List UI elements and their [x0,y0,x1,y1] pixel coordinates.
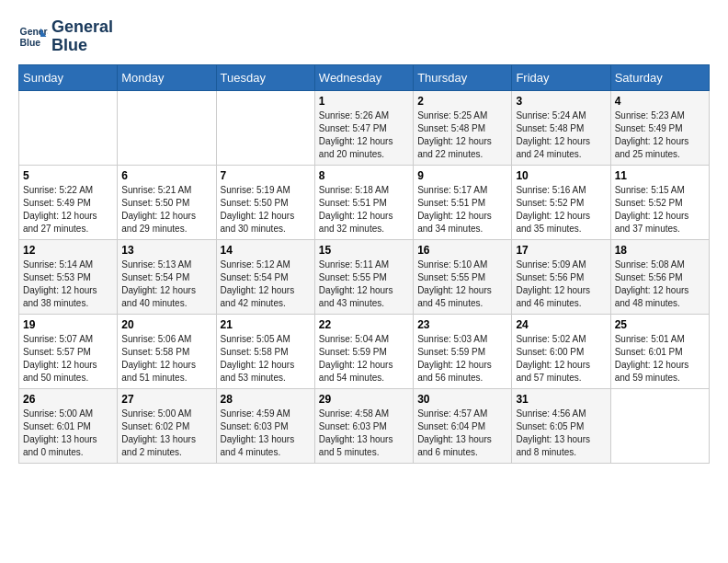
calendar-table: SundayMondayTuesdayWednesdayThursdayFrid… [18,64,710,464]
calendar-cell [610,388,709,463]
calendar-cell: 2Sunrise: 5:25 AM Sunset: 5:48 PM Daylig… [414,90,512,165]
day-number: 5 [23,169,113,182]
day-number: 2 [417,95,507,108]
day-info: Sunrise: 5:13 AM Sunset: 5:54 PM Dayligh… [121,259,211,310]
calendar-cell: 16Sunrise: 5:10 AM Sunset: 5:55 PM Dayli… [414,239,512,314]
day-number: 6 [121,169,211,182]
day-info: Sunrise: 5:23 AM Sunset: 5:49 PM Dayligh… [615,109,705,161]
day-number: 11 [615,169,705,182]
day-number: 9 [417,169,507,182]
day-info: Sunrise: 5:15 AM Sunset: 5:52 PM Dayligh… [615,184,705,236]
calendar-cell: 23Sunrise: 5:03 AM Sunset: 5:59 PM Dayli… [414,314,512,388]
day-info: Sunrise: 5:14 AM Sunset: 5:53 PM Dayligh… [23,259,113,310]
day-info: Sunrise: 5:11 AM Sunset: 5:55 PM Dayligh… [319,259,409,310]
calendar-week-row: 5Sunrise: 5:22 AM Sunset: 5:49 PM Daylig… [19,165,710,239]
calendar-cell: 21Sunrise: 5:05 AM Sunset: 5:58 PM Dayli… [216,314,314,388]
weekday-header-monday: Monday [118,64,216,90]
calendar-week-row: 12Sunrise: 5:14 AM Sunset: 5:53 PM Dayli… [19,239,710,314]
day-number: 17 [516,244,606,257]
weekday-header-row: SundayMondayTuesdayWednesdayThursdayFrid… [19,64,710,90]
day-number: 16 [417,244,507,257]
calendar-cell: 8Sunrise: 5:18 AM Sunset: 5:51 PM Daylig… [314,165,413,239]
day-info: Sunrise: 5:09 AM Sunset: 5:56 PM Dayligh… [516,259,606,310]
calendar-cell: 4Sunrise: 5:23 AM Sunset: 5:49 PM Daylig… [610,90,709,165]
calendar-cell: 31Sunrise: 4:56 AM Sunset: 6:05 PM Dayli… [512,388,610,463]
day-info: Sunrise: 4:56 AM Sunset: 6:05 PM Dayligh… [516,408,606,459]
calendar-cell: 9Sunrise: 5:17 AM Sunset: 5:51 PM Daylig… [414,165,512,239]
day-number: 18 [615,244,705,257]
calendar-cell: 13Sunrise: 5:13 AM Sunset: 5:54 PM Dayli… [118,239,216,314]
calendar-cell: 27Sunrise: 5:00 AM Sunset: 6:02 PM Dayli… [118,388,216,463]
day-info: Sunrise: 5:02 AM Sunset: 6:00 PM Dayligh… [516,333,606,385]
day-number: 7 [221,169,311,182]
day-info: Sunrise: 5:04 AM Sunset: 5:59 PM Dayligh… [319,333,409,385]
calendar-cell: 6Sunrise: 5:21 AM Sunset: 5:50 PM Daylig… [118,165,216,239]
day-number: 26 [23,393,113,406]
day-number: 22 [319,318,409,331]
day-number: 13 [121,244,211,257]
calendar-week-row: 19Sunrise: 5:07 AM Sunset: 5:57 PM Dayli… [19,314,710,388]
day-info: Sunrise: 5:18 AM Sunset: 5:51 PM Dayligh… [319,184,409,236]
day-number: 25 [615,318,705,331]
calendar-cell: 5Sunrise: 5:22 AM Sunset: 5:49 PM Daylig… [19,165,118,239]
calendar-cell: 10Sunrise: 5:16 AM Sunset: 5:52 PM Dayli… [512,165,610,239]
day-number: 1 [319,95,409,108]
calendar-cell: 12Sunrise: 5:14 AM Sunset: 5:53 PM Dayli… [19,239,118,314]
day-number: 24 [516,318,606,331]
calendar-cell [216,90,314,165]
day-number: 31 [516,393,606,406]
day-number: 14 [221,244,311,257]
day-info: Sunrise: 5:06 AM Sunset: 5:58 PM Dayligh… [121,333,211,385]
weekday-header-tuesday: Tuesday [216,64,314,90]
day-number: 8 [319,169,409,182]
calendar-cell: 22Sunrise: 5:04 AM Sunset: 5:59 PM Dayli… [314,314,413,388]
svg-text:Blue: Blue [20,37,41,47]
day-info: Sunrise: 5:00 AM Sunset: 6:01 PM Dayligh… [23,408,113,459]
day-info: Sunrise: 5:12 AM Sunset: 5:54 PM Dayligh… [221,259,311,310]
day-info: Sunrise: 5:17 AM Sunset: 5:51 PM Dayligh… [417,184,507,236]
day-number: 28 [221,393,311,406]
calendar-cell: 3Sunrise: 5:24 AM Sunset: 5:48 PM Daylig… [512,90,610,165]
calendar-cell: 17Sunrise: 5:09 AM Sunset: 5:56 PM Dayli… [512,239,610,314]
day-number: 21 [221,318,311,331]
day-info: Sunrise: 5:16 AM Sunset: 5:52 PM Dayligh… [516,184,606,236]
day-number: 4 [615,95,705,108]
logo-text: General Blue [51,18,113,55]
calendar-cell: 26Sunrise: 5:00 AM Sunset: 6:01 PM Dayli… [19,388,118,463]
day-info: Sunrise: 5:00 AM Sunset: 6:02 PM Dayligh… [121,408,211,459]
logo-icon: General Blue [18,22,48,52]
header: General Blue General Blue [18,18,710,55]
day-number: 27 [121,393,211,406]
calendar-week-row: 1Sunrise: 5:26 AM Sunset: 5:47 PM Daylig… [19,90,710,165]
calendar-week-row: 26Sunrise: 5:00 AM Sunset: 6:01 PM Dayli… [19,388,710,463]
calendar-cell: 25Sunrise: 5:01 AM Sunset: 6:01 PM Dayli… [610,314,709,388]
calendar-cell: 19Sunrise: 5:07 AM Sunset: 5:57 PM Dayli… [19,314,118,388]
day-number: 15 [319,244,409,257]
day-info: Sunrise: 5:01 AM Sunset: 6:01 PM Dayligh… [615,333,705,385]
day-info: Sunrise: 5:24 AM Sunset: 5:48 PM Dayligh… [516,109,606,161]
day-info: Sunrise: 5:05 AM Sunset: 5:58 PM Dayligh… [221,333,311,385]
day-info: Sunrise: 5:07 AM Sunset: 5:57 PM Dayligh… [23,333,113,385]
day-info: Sunrise: 5:21 AM Sunset: 5:50 PM Dayligh… [121,184,211,236]
calendar-cell [19,90,118,165]
weekday-header-thursday: Thursday [414,64,512,90]
day-info: Sunrise: 5:22 AM Sunset: 5:49 PM Dayligh… [23,184,113,236]
day-number: 30 [417,393,507,406]
day-info: Sunrise: 4:59 AM Sunset: 6:03 PM Dayligh… [221,408,311,459]
weekday-header-saturday: Saturday [610,64,709,90]
day-info: Sunrise: 5:19 AM Sunset: 5:50 PM Dayligh… [221,184,311,236]
day-info: Sunrise: 5:03 AM Sunset: 5:59 PM Dayligh… [417,333,507,385]
calendar-cell: 28Sunrise: 4:59 AM Sunset: 6:03 PM Dayli… [216,388,314,463]
weekday-header-wednesday: Wednesday [314,64,413,90]
day-info: Sunrise: 4:57 AM Sunset: 6:04 PM Dayligh… [417,408,507,459]
day-info: Sunrise: 5:26 AM Sunset: 5:47 PM Dayligh… [319,109,409,161]
day-info: Sunrise: 5:08 AM Sunset: 5:56 PM Dayligh… [615,259,705,310]
day-info: Sunrise: 5:25 AM Sunset: 5:48 PM Dayligh… [417,109,507,161]
day-number: 12 [23,244,113,257]
calendar-cell: 14Sunrise: 5:12 AM Sunset: 5:54 PM Dayli… [216,239,314,314]
weekday-header-sunday: Sunday [19,64,118,90]
calendar-cell: 18Sunrise: 5:08 AM Sunset: 5:56 PM Dayli… [610,239,709,314]
day-number: 3 [516,95,606,108]
calendar-cell: 15Sunrise: 5:11 AM Sunset: 5:55 PM Dayli… [314,239,413,314]
calendar-cell: 11Sunrise: 5:15 AM Sunset: 5:52 PM Dayli… [610,165,709,239]
